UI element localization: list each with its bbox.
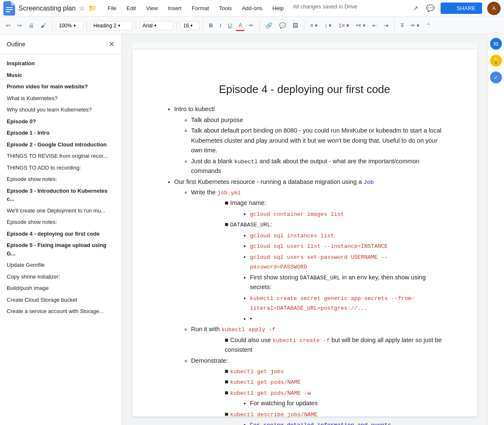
close-outline-button[interactable]: ✕ bbox=[108, 40, 115, 49]
menu-addons[interactable]: Add-ons bbox=[237, 3, 266, 13]
menu-file[interactable]: File bbox=[103, 3, 121, 13]
outline-item-create-bucket[interactable]: Create Cloud Storage bucket bbox=[0, 294, 121, 306]
outline-item-inspiration[interactable]: Inspiration bbox=[0, 58, 121, 69]
comments-icon[interactable]: 💬 bbox=[425, 3, 435, 13]
outline-item-ep5[interactable]: Episode 5 - Fixing image upload using G.… bbox=[0, 239, 121, 259]
list-item-get-pods-w: ■ kubectl get pods/NAME -w For watching … bbox=[225, 388, 443, 409]
menu-edit[interactable]: Edit bbox=[122, 3, 140, 13]
outline-item-ep0[interactable]: Episode 0? bbox=[0, 116, 121, 128]
document-title[interactable]: Screencasting plan bbox=[18, 5, 76, 12]
decrease-indent-button[interactable]: ⇤ bbox=[370, 21, 380, 30]
svg-rect-2 bbox=[6, 11, 10, 12]
list-item-get-pods: ■ kubectl get pods/NAME bbox=[225, 377, 443, 387]
share-button[interactable]: 👤 SHARE bbox=[441, 3, 482, 14]
outline-header: Outline ✕ bbox=[0, 35, 121, 54]
zoom-select[interactable]: 100% ▾ bbox=[56, 21, 83, 30]
outline-item-things-revise[interactable]: THINGS TO REVISE from original recor... bbox=[0, 150, 121, 162]
clear-formatting-button[interactable]: T̶ bbox=[398, 21, 406, 30]
outline-item-what-kubernetes[interactable]: What is Kubernetes? bbox=[0, 93, 121, 104]
calendar-icon[interactable]: 31 bbox=[490, 38, 502, 50]
list-item-describe-jobs: ■ kubectl describe jobs/NAME For seeing … bbox=[225, 409, 443, 425]
menu-view[interactable]: View bbox=[142, 3, 162, 13]
comment-button[interactable]: 💬 bbox=[277, 21, 288, 30]
outline-item-update-gemfile[interactable]: Update Gemfile bbox=[0, 259, 121, 271]
list-item-gcloud-sql-instances: gcloud sql instances list bbox=[250, 231, 443, 240]
print-button[interactable]: 🖨 bbox=[26, 21, 37, 30]
image-button[interactable]: 🖼 bbox=[290, 21, 301, 30]
separator-1 bbox=[52, 21, 53, 31]
outline-item-ep2[interactable]: Episode 2 - Google Cloud introduction bbox=[0, 139, 121, 151]
menu-help[interactable]: Help bbox=[268, 3, 288, 13]
zoom-chevron: ▾ bbox=[74, 23, 76, 28]
outline-item-music[interactable]: Music bbox=[0, 69, 121, 81]
separator-7 bbox=[304, 21, 304, 31]
paint-format-button[interactable]: 🖌 bbox=[38, 21, 49, 30]
font-size-select[interactable]: 16 ▾ bbox=[180, 21, 199, 30]
more-tools-button[interactable]: ✏ ▾ bbox=[408, 21, 422, 30]
font-value: Arial bbox=[142, 23, 153, 29]
outline-item-ep1[interactable]: Episode 1 - Intro bbox=[0, 127, 121, 139]
separator-2 bbox=[87, 21, 87, 31]
bold-button[interactable]: B bbox=[206, 21, 215, 30]
list-item-empty: • bbox=[250, 314, 443, 324]
outline-item-ep4[interactable]: Episode 4 - deploying our first code bbox=[0, 228, 121, 240]
svg-rect-1 bbox=[6, 9, 13, 10]
outline-item-things-add[interactable]: THINGS TO ADD to recording: bbox=[0, 162, 121, 174]
folder-icon[interactable]: 📁 bbox=[88, 4, 97, 12]
outline-item-ep3-shownotes[interactable]: Episode show notes: bbox=[0, 216, 121, 228]
calendar-number: 31 bbox=[493, 41, 498, 46]
list-item-gcloud-sql-users: gcloud sql users list --instance=INSTANC… bbox=[250, 241, 443, 251]
outline-title: Outline bbox=[7, 41, 25, 48]
outline-item-copy-shrine[interactable]: Copy shrine initializer: bbox=[0, 271, 121, 283]
tasks-icon[interactable]: ✓ bbox=[490, 72, 502, 83]
outline-item-ep3-deploy[interactable]: We'll create one Deployment to run mu... bbox=[0, 205, 121, 217]
underline-button[interactable]: U bbox=[225, 21, 234, 30]
page-heading: Episode 4 - deploying our first code bbox=[166, 83, 443, 96]
list-item-image-name: ■ Image name: gcloud container images li… bbox=[225, 198, 443, 219]
separator-4 bbox=[177, 21, 177, 31]
star-icon[interactable]: ☆ bbox=[79, 4, 85, 12]
top-right-actions: ↗ 💬 👤 SHARE A bbox=[410, 2, 501, 15]
outline-item-promo[interactable]: Promo video for main website? bbox=[0, 81, 121, 93]
svg-rect-0 bbox=[6, 7, 13, 8]
list-item-watching: For watching for updates bbox=[250, 398, 443, 408]
text-color-button[interactable]: A bbox=[236, 20, 245, 31]
line-spacing-button[interactable]: ↕ ▾ bbox=[322, 21, 334, 30]
align-button[interactable]: ≡ ▾ bbox=[308, 21, 320, 30]
user-avatar[interactable]: A bbox=[487, 2, 501, 15]
outline-item-ep2-shownotes[interactable]: Episode show notes: bbox=[0, 173, 121, 185]
collapse-toolbar-button[interactable]: ⌃ bbox=[424, 21, 433, 30]
activity-icon[interactable]: ↗ bbox=[410, 3, 420, 13]
highlight-color-button[interactable]: ✏ bbox=[246, 21, 256, 30]
bulleted-list-button[interactable]: •≡ ▾ bbox=[354, 21, 368, 30]
list-item-demonstrate: Demonstrate: ■ kubectl get jobs ■ kubect… bbox=[191, 356, 443, 425]
link-button[interactable]: 🔗 bbox=[263, 21, 275, 30]
numbered-list-button[interactable]: 1≡ ▾ bbox=[336, 21, 351, 30]
font-select[interactable]: Arial ▾ bbox=[140, 21, 173, 30]
outline-item-service-account[interactable]: Create a service account with Storage... bbox=[0, 305, 121, 317]
font-size-value: 16 bbox=[183, 23, 189, 29]
undo-button[interactable]: ↩ bbox=[3, 21, 13, 30]
list-item-talk-purpose: Talk about purpose bbox=[191, 115, 443, 125]
italic-button[interactable]: I bbox=[217, 21, 224, 30]
title-action-icons: ☆ 📁 bbox=[79, 4, 97, 12]
redo-button[interactable]: ↪ bbox=[15, 21, 24, 30]
docs-icon bbox=[3, 1, 15, 16]
keep-icon[interactable]: 💡 bbox=[490, 55, 502, 66]
outline-item-build-push[interactable]: Build/push image bbox=[0, 282, 121, 294]
list-item-gcloud-set-password: gcloud sql users set-password USERNAME -… bbox=[250, 252, 443, 272]
increase-indent-button[interactable]: ⇥ bbox=[381, 21, 391, 30]
people-icon: 👤 bbox=[447, 5, 454, 11]
menu-insert[interactable]: Insert bbox=[164, 3, 186, 13]
separator-8 bbox=[394, 21, 395, 31]
separator-3 bbox=[136, 21, 136, 31]
list-item-first-show-storing: First show storing DATABASE_URL in an en… bbox=[250, 273, 443, 292]
outline-item-ep3[interactable]: Episode 3 - Introduction to Kubernetes c… bbox=[0, 185, 121, 205]
list-item-first-resource: Our first Kubernetes resource - running … bbox=[174, 177, 443, 425]
list-item-intro-kubectl: Intro to kubectl Talk about purpose Talk… bbox=[174, 104, 443, 176]
menu-tools[interactable]: Tools bbox=[215, 3, 236, 13]
style-select[interactable]: Heading 2 ▾ bbox=[90, 21, 132, 30]
menu-format[interactable]: Format bbox=[187, 3, 213, 13]
top-bar: Screencasting plan ☆ 📁 File Edit View In… bbox=[0, 0, 504, 17]
outline-item-why-kubernetes[interactable]: Why should you learn Kubernetes? bbox=[0, 104, 121, 116]
